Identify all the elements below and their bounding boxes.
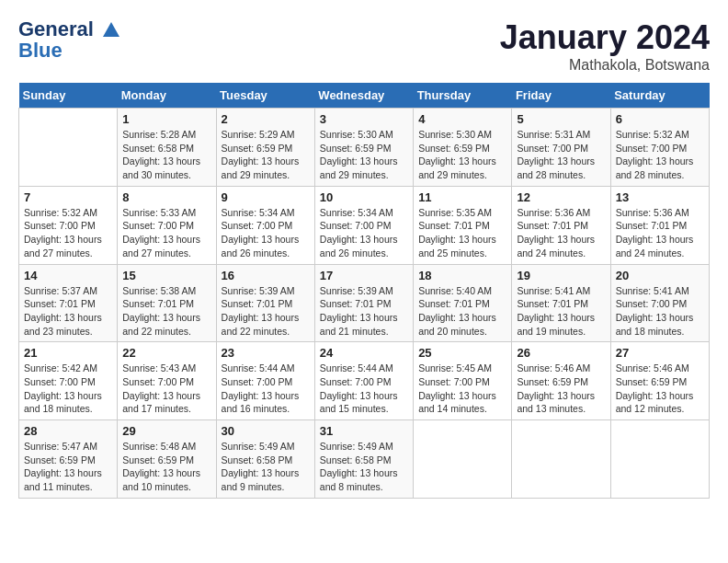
sunrise: Sunrise: 5:49 AM — [222, 440, 310, 454]
daylight: Daylight: 13 hours and 24 minutes. — [616, 233, 704, 259]
sunset: Sunset: 7:00 PM — [222, 219, 310, 233]
daylight: Daylight: 13 hours and 18 minutes. — [616, 311, 704, 338]
daylight: Daylight: 13 hours and 16 minutes. — [222, 389, 310, 416]
weekday-header-row: SundayMondayTuesdayWednesdayThursdayFrid… — [19, 83, 710, 109]
sun-info: Sunrise: 5:31 AM Sunset: 7:00 PM Dayligh… — [517, 128, 605, 182]
calendar-week-2: 7 Sunrise: 5:32 AM Sunset: 7:00 PM Dayli… — [19, 186, 710, 264]
calendar-cell: 6 Sunrise: 5:32 AM Sunset: 7:00 PM Dayli… — [610, 109, 709, 187]
sunset: Sunset: 7:01 PM — [418, 219, 506, 233]
sun-info: Sunrise: 5:32 AM Sunset: 7:00 PM Dayligh… — [616, 128, 704, 182]
sun-info: Sunrise: 5:32 AM Sunset: 7:00 PM Dayligh… — [24, 206, 112, 260]
sunset: Sunset: 7:01 PM — [222, 297, 310, 311]
calendar-cell: 17 Sunrise: 5:39 AM Sunset: 7:01 PM Dayl… — [314, 264, 413, 342]
sunset: Sunset: 7:00 PM — [222, 375, 310, 389]
calendar-cell — [512, 420, 610, 499]
calendar-cell: 21 Sunrise: 5:42 AM Sunset: 7:00 PM Dayl… — [19, 342, 118, 420]
page-header: General Blue January 2024 Mathakola, Bot… — [18, 18, 710, 74]
sunrise: Sunrise: 5:32 AM — [616, 128, 704, 142]
calendar-cell: 20 Sunrise: 5:41 AM Sunset: 7:00 PM Dayl… — [610, 264, 709, 342]
calendar-cell: 4 Sunrise: 5:30 AM Sunset: 6:59 PM Dayli… — [414, 109, 512, 187]
day-number: 31 — [320, 424, 408, 438]
calendar-cell: 8 Sunrise: 5:33 AM Sunset: 7:00 PM Dayli… — [118, 186, 216, 264]
logo-general: General — [18, 17, 94, 40]
day-number: 7 — [24, 190, 112, 204]
weekday-header-tuesday: Tuesday — [216, 83, 314, 109]
calendar-cell: 2 Sunrise: 5:29 AM Sunset: 6:59 PM Dayli… — [216, 109, 314, 187]
sun-info: Sunrise: 5:38 AM Sunset: 7:01 PM Dayligh… — [122, 284, 210, 339]
sunrise: Sunrise: 5:30 AM — [418, 128, 506, 142]
calendar-week-5: 28 Sunrise: 5:47 AM Sunset: 6:59 PM Dayl… — [19, 420, 710, 499]
calendar-week-3: 14 Sunrise: 5:37 AM Sunset: 7:01 PM Dayl… — [19, 264, 710, 342]
daylight: Daylight: 13 hours and 18 minutes. — [24, 389, 112, 416]
calendar-cell: 1 Sunrise: 5:28 AM Sunset: 6:58 PM Dayli… — [118, 109, 216, 187]
sun-info: Sunrise: 5:29 AM Sunset: 6:59 PM Dayligh… — [222, 128, 310, 182]
daylight: Daylight: 13 hours and 27 minutes. — [122, 233, 210, 259]
sunrise: Sunrise: 5:39 AM — [222, 284, 310, 298]
sun-info: Sunrise: 5:37 AM Sunset: 7:01 PM Dayligh… — [24, 284, 112, 339]
sunset: Sunset: 6:58 PM — [320, 454, 408, 467]
calendar-cell — [19, 109, 118, 187]
sunrise: Sunrise: 5:48 AM — [122, 440, 210, 454]
sun-info: Sunrise: 5:30 AM Sunset: 6:59 PM Dayligh… — [320, 128, 408, 182]
sun-info: Sunrise: 5:28 AM Sunset: 6:58 PM Dayligh… — [122, 128, 210, 182]
sunrise: Sunrise: 5:46 AM — [616, 362, 704, 375]
day-number: 27 — [616, 346, 704, 360]
sunset: Sunset: 7:00 PM — [320, 375, 408, 389]
day-number: 25 — [418, 346, 506, 360]
weekday-header-saturday: Saturday — [610, 83, 709, 109]
daylight: Daylight: 13 hours and 26 minutes. — [222, 233, 310, 259]
calendar-cell: 9 Sunrise: 5:34 AM Sunset: 7:00 PM Dayli… — [216, 186, 314, 264]
day-number: 29 — [122, 424, 210, 438]
day-number: 12 — [517, 190, 605, 204]
location-subtitle: Mathakola, Botswana — [500, 57, 710, 74]
calendar-cell: 18 Sunrise: 5:40 AM Sunset: 7:01 PM Dayl… — [414, 264, 512, 342]
day-number: 19 — [517, 269, 605, 282]
daylight: Daylight: 13 hours and 28 minutes. — [517, 155, 605, 181]
sunset: Sunset: 7:00 PM — [24, 219, 112, 233]
calendar-cell: 10 Sunrise: 5:34 AM Sunset: 7:00 PM Dayl… — [314, 186, 413, 264]
weekday-header-wednesday: Wednesday — [314, 83, 413, 109]
sunrise: Sunrise: 5:40 AM — [418, 284, 506, 298]
daylight: Daylight: 13 hours and 29 minutes. — [320, 155, 408, 181]
day-number: 26 — [517, 346, 605, 360]
sunrise: Sunrise: 5:32 AM — [24, 206, 112, 220]
calendar-cell: 22 Sunrise: 5:43 AM Sunset: 7:00 PM Dayl… — [118, 342, 216, 420]
sunrise: Sunrise: 5:37 AM — [24, 284, 112, 298]
daylight: Daylight: 13 hours and 25 minutes. — [418, 233, 506, 259]
daylight: Daylight: 13 hours and 8 minutes. — [320, 466, 408, 493]
sunrise: Sunrise: 5:42 AM — [24, 362, 112, 375]
daylight: Daylight: 13 hours and 17 minutes. — [122, 389, 210, 416]
daylight: Daylight: 13 hours and 19 minutes. — [517, 311, 605, 338]
weekday-header-monday: Monday — [118, 83, 216, 109]
sunrise: Sunrise: 5:45 AM — [418, 362, 506, 375]
daylight: Daylight: 13 hours and 15 minutes. — [320, 389, 408, 416]
daylight: Daylight: 13 hours and 11 minutes. — [24, 466, 112, 493]
sunrise: Sunrise: 5:43 AM — [122, 362, 210, 375]
day-number: 22 — [122, 346, 210, 360]
calendar-cell — [414, 420, 512, 499]
weekday-header-thursday: Thursday — [414, 83, 512, 109]
calendar-cell: 5 Sunrise: 5:31 AM Sunset: 7:00 PM Dayli… — [512, 109, 610, 187]
logo-blue: Blue — [18, 40, 121, 61]
sunrise: Sunrise: 5:36 AM — [616, 206, 704, 220]
calendar-cell: 30 Sunrise: 5:49 AM Sunset: 6:58 PM Dayl… — [216, 420, 314, 499]
calendar-cell: 13 Sunrise: 5:36 AM Sunset: 7:01 PM Dayl… — [610, 186, 709, 264]
calendar-cell: 24 Sunrise: 5:44 AM Sunset: 7:00 PM Dayl… — [314, 342, 413, 420]
sun-info: Sunrise: 5:39 AM Sunset: 7:01 PM Dayligh… — [320, 284, 408, 339]
day-number: 13 — [616, 190, 704, 204]
day-number: 18 — [418, 269, 506, 282]
day-number: 6 — [616, 112, 704, 126]
day-number: 24 — [320, 346, 408, 360]
sunset: Sunset: 6:59 PM — [418, 142, 506, 155]
day-number: 20 — [616, 269, 704, 282]
sunrise: Sunrise: 5:36 AM — [517, 206, 605, 220]
day-number: 9 — [222, 190, 310, 204]
calendar-cell: 26 Sunrise: 5:46 AM Sunset: 6:59 PM Dayl… — [512, 342, 610, 420]
sunrise: Sunrise: 5:28 AM — [122, 128, 210, 142]
sunset: Sunset: 6:59 PM — [122, 454, 210, 467]
sunrise: Sunrise: 5:29 AM — [222, 128, 310, 142]
calendar-week-1: 1 Sunrise: 5:28 AM Sunset: 6:58 PM Dayli… — [19, 109, 710, 187]
sunrise: Sunrise: 5:41 AM — [616, 284, 704, 298]
sunset: Sunset: 6:59 PM — [222, 142, 310, 155]
sunset: Sunset: 7:00 PM — [320, 219, 408, 233]
